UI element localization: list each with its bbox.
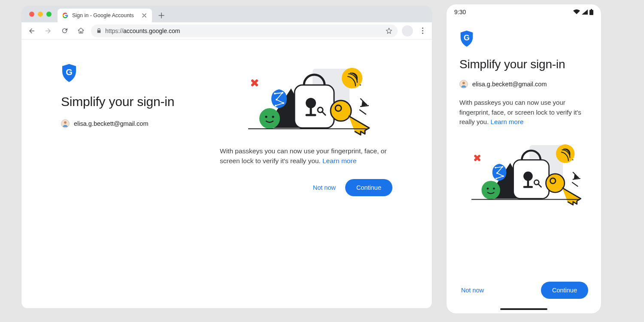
user-avatar-icon xyxy=(459,80,468,88)
svg-point-23 xyxy=(462,82,465,84)
profile-avatar[interactable] xyxy=(402,25,413,36)
learn-more-link[interactable]: Learn more xyxy=(491,118,524,125)
window-maximize-icon[interactable] xyxy=(46,12,52,17)
user-avatar-icon xyxy=(61,119,70,128)
window-controls xyxy=(26,6,54,22)
continue-button[interactable]: Continue xyxy=(345,179,392,196)
not-now-button[interactable]: Not now xyxy=(311,181,337,194)
account-chip[interactable]: elisa.g.beckett@gmail.com xyxy=(61,119,207,128)
mobile-device: 9:30 G Simplify your sign-in xyxy=(447,4,601,313)
svg-point-27 xyxy=(487,187,489,189)
svg-point-6 xyxy=(265,115,267,118)
svg-point-28 xyxy=(493,187,495,189)
google-shield-icon: G xyxy=(459,30,476,49)
body-text: With passkeys you can now use your finge… xyxy=(220,147,387,164)
svg-point-2 xyxy=(64,121,67,124)
window-minimize-icon[interactable] xyxy=(38,12,43,17)
back-button[interactable] xyxy=(26,25,38,37)
mobile-action-row: Not now Continue xyxy=(459,277,588,301)
google-shield-icon: G xyxy=(61,64,77,82)
battery-icon xyxy=(589,9,593,15)
svg-point-26 xyxy=(482,181,500,199)
url-protocol: https:// xyxy=(105,27,123,34)
reload-button[interactable] xyxy=(58,25,70,37)
address-bar[interactable]: https://accounts.google.com xyxy=(91,24,398,37)
page-title: Simplify your sign-in xyxy=(61,94,207,109)
page-title: Simplify your sign-in xyxy=(459,58,588,71)
wifi-icon xyxy=(573,9,580,15)
home-indicator[interactable] xyxy=(500,308,547,310)
svg-point-5 xyxy=(259,108,280,129)
bookmark-star-icon[interactable] xyxy=(386,27,392,34)
google-favicon-icon xyxy=(62,12,69,19)
description-text: With passkeys you can now use your finge… xyxy=(459,98,588,127)
cellular-icon xyxy=(582,9,588,15)
tab-title: Sign in - Google Accounts xyxy=(72,12,134,18)
browser-menu-icon[interactable] xyxy=(417,27,428,34)
tab-close-icon[interactable] xyxy=(141,12,148,19)
home-button[interactable] xyxy=(75,25,87,37)
clock: 9:30 xyxy=(454,9,466,15)
lock-icon xyxy=(96,28,102,33)
passkey-illustration xyxy=(220,64,392,137)
desktop-action-row: Not now Continue xyxy=(220,179,392,196)
status-bar: 9:30 xyxy=(447,4,601,20)
svg-text:G: G xyxy=(66,67,73,77)
mobile-content: G Simplify your sign-in elisa.g.beckett@… xyxy=(447,20,601,306)
browser-toolbar: https://accounts.google.com xyxy=(21,22,432,39)
new-tab-button[interactable] xyxy=(155,9,167,21)
passkey-illustration xyxy=(459,139,588,208)
account-email: elisa.g.beckett@gmail.com xyxy=(472,81,547,88)
not-now-button[interactable]: Not now xyxy=(459,283,486,297)
browser-window: Sign in - Google Accounts xyxy=(21,6,432,308)
learn-more-link[interactable]: Learn more xyxy=(322,157,356,164)
account-chip[interactable]: elisa.g.beckett@gmail.com xyxy=(459,80,588,88)
tab-strip: Sign in - Google Accounts xyxy=(21,6,432,22)
window-close-icon[interactable] xyxy=(29,12,34,17)
svg-rect-19 xyxy=(589,10,593,15)
continue-button[interactable]: Continue xyxy=(541,282,588,299)
url: https://accounts.google.com xyxy=(105,27,180,34)
svg-text:G: G xyxy=(464,33,470,42)
svg-point-7 xyxy=(272,115,274,118)
page-content: G Simplify your sign-in elisa.g.beckett@… xyxy=(21,39,432,308)
url-host: accounts.google.com xyxy=(123,27,180,34)
account-email: elisa.g.beckett@gmail.com xyxy=(74,120,148,127)
forward-button[interactable] xyxy=(42,25,54,37)
browser-tab[interactable]: Sign in - Google Accounts xyxy=(58,9,152,22)
description-text: With passkeys you can now use your finge… xyxy=(220,146,392,166)
svg-rect-20 xyxy=(591,9,592,10)
